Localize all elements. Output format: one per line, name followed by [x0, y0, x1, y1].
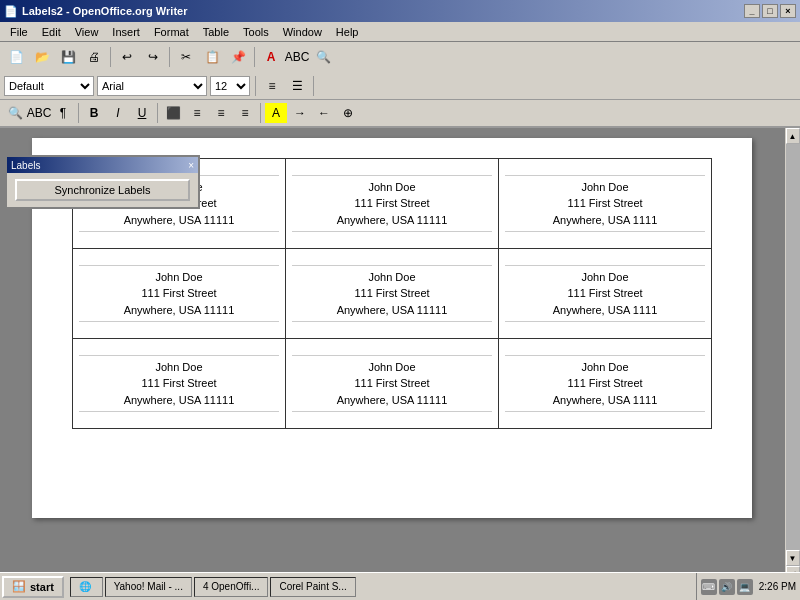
- taskbar-item-ie[interactable]: 🌐: [70, 577, 103, 597]
- style-select[interactable]: Default: [4, 76, 94, 96]
- sep4: [255, 76, 256, 96]
- highlight-button[interactable]: A: [265, 103, 287, 123]
- tray-icon-1: ⌨: [701, 579, 717, 595]
- list-bullet-button[interactable]: ≡: [261, 76, 283, 96]
- label-cell-1-2[interactable]: John Doe 111 First Street Anywhere, USA …: [499, 249, 712, 339]
- underline-button[interactable]: U: [131, 103, 153, 123]
- menu-edit[interactable]: Edit: [36, 24, 67, 40]
- sep2: [169, 47, 170, 67]
- menu-table[interactable]: Table: [197, 24, 235, 40]
- label-name-2-2: John Doe: [553, 359, 658, 376]
- print-button[interactable]: 🖨: [82, 46, 106, 68]
- label-text-2-2: John Doe 111 First Street Anywhere, USA …: [553, 359, 658, 409]
- size-select[interactable]: 12: [210, 76, 250, 96]
- window-controls[interactable]: _ □ ×: [744, 4, 796, 18]
- app-icon: 📄: [4, 5, 18, 18]
- label-cell-1-1[interactable]: John Doe 111 First Street Anywhere, USA …: [286, 249, 499, 339]
- menu-help[interactable]: Help: [330, 24, 365, 40]
- main-toolbar: 📄 📂 💾 🖨 ↩ ↪ ✂ 📋 📌 A ABC 🔍: [0, 42, 800, 72]
- label-cell-0-2[interactable]: John Doe 111 First Street Anywhere, USA …: [499, 159, 712, 249]
- spell-btn2[interactable]: ABC: [28, 103, 50, 123]
- clock: 2:26 PM: [759, 581, 796, 592]
- taskbar-item-corel[interactable]: Corel Paint S...: [270, 577, 355, 597]
- sep7: [157, 103, 158, 123]
- open-button[interactable]: 📂: [30, 46, 54, 68]
- taskbar-item-openoffice[interactable]: 4 OpenOffi...: [194, 577, 269, 597]
- label-street-1-1: 111 First Street: [337, 285, 448, 302]
- label-line: [79, 265, 279, 266]
- menu-tools[interactable]: Tools: [237, 24, 275, 40]
- sync-panel-close-icon[interactable]: ×: [188, 160, 194, 171]
- label-line: [292, 175, 492, 176]
- label-line: [505, 355, 705, 356]
- align-justify-button[interactable]: ≡: [234, 103, 256, 123]
- find-button[interactable]: 🔍: [311, 46, 335, 68]
- label-street-1-0: 111 First Street: [124, 285, 235, 302]
- label-text-1-2: John Doe 111 First Street Anywhere, USA …: [553, 269, 658, 319]
- label-line: [79, 355, 279, 356]
- align-center-button[interactable]: ≡: [186, 103, 208, 123]
- taskbar-item-yahoo[interactable]: Yahoo! Mail - ...: [105, 577, 192, 597]
- italic-button[interactable]: I: [107, 103, 129, 123]
- para-button[interactable]: ¶: [52, 103, 74, 123]
- label-street-2-1: 111 First Street: [337, 375, 448, 392]
- label-cell-2-2[interactable]: John Doe 111 First Street Anywhere, USA …: [499, 339, 712, 429]
- label-city-1-0: Anywhere, USA 11111: [124, 302, 235, 319]
- close-button[interactable]: ×: [780, 4, 796, 18]
- title-bar: 📄 Labels2 - OpenOffice.org Writer _ □ ×: [0, 0, 800, 22]
- align-left-button[interactable]: ⬛: [162, 103, 184, 123]
- yahoo-label: Yahoo! Mail - ...: [114, 581, 183, 592]
- align-right-button[interactable]: ≡: [210, 103, 232, 123]
- redo-button[interactable]: ↪: [141, 46, 165, 68]
- zoom-button[interactable]: 🔍: [4, 103, 26, 123]
- label-line-b: [79, 231, 279, 232]
- label-name-2-1: John Doe: [337, 359, 448, 376]
- menu-format[interactable]: Format: [148, 24, 195, 40]
- menu-file[interactable]: File: [4, 24, 34, 40]
- label-text-0-2: John Doe 111 First Street Anywhere, USA …: [553, 179, 658, 229]
- label-city-0-2: Anywhere, USA 1111: [553, 212, 658, 229]
- start-label: start: [30, 581, 54, 593]
- start-button[interactable]: 🪟 start: [2, 576, 64, 598]
- font-color-button[interactable]: A: [259, 46, 283, 68]
- navigator-button[interactable]: ⊕: [337, 103, 359, 123]
- label-street-0-1: 111 First Street: [337, 195, 448, 212]
- indent-more-button[interactable]: →: [289, 103, 311, 123]
- label-city-2-1: Anywhere, USA 11111: [337, 392, 448, 409]
- label-text-2-0: John Doe 111 First Street Anywhere, USA …: [124, 359, 235, 409]
- menu-view[interactable]: View: [69, 24, 105, 40]
- spellcheck-button[interactable]: ABC: [285, 46, 309, 68]
- list-number-button[interactable]: ☰: [286, 76, 308, 96]
- label-cell-2-0[interactable]: John Doe 111 First Street Anywhere, USA …: [73, 339, 286, 429]
- bold-button[interactable]: B: [83, 103, 105, 123]
- font-select[interactable]: Arial: [97, 76, 207, 96]
- scroll-track[interactable]: [786, 144, 800, 550]
- indent-less-button[interactable]: ←: [313, 103, 335, 123]
- label-cell-2-1[interactable]: John Doe 111 First Street Anywhere, USA …: [286, 339, 499, 429]
- copy-button[interactable]: 📋: [200, 46, 224, 68]
- label-street-1-2: 111 First Street: [553, 285, 658, 302]
- taskbar-items: 🌐 Yahoo! Mail - ... 4 OpenOffi... Corel …: [70, 577, 696, 597]
- scroll-down-button[interactable]: ▼: [786, 550, 800, 566]
- label-text-1-0: John Doe 111 First Street Anywhere, USA …: [124, 269, 235, 319]
- label-name-0-1: John Doe: [337, 179, 448, 196]
- paste-button[interactable]: 📌: [226, 46, 250, 68]
- label-cell-1-0[interactable]: John Doe 111 First Street Anywhere, USA …: [73, 249, 286, 339]
- vertical-scrollbar[interactable]: ▲ ▼ ◀ ▶: [784, 128, 800, 598]
- synchronize-labels-button[interactable]: Synchronize Labels: [15, 179, 190, 201]
- undo-button[interactable]: ↩: [115, 46, 139, 68]
- label-line-b: [292, 321, 492, 322]
- menu-insert[interactable]: Insert: [106, 24, 146, 40]
- label-street-2-2: 111 First Street: [553, 375, 658, 392]
- label-cell-0-1[interactable]: John Doe 111 First Street Anywhere, USA …: [286, 159, 499, 249]
- minimize-button[interactable]: _: [744, 4, 760, 18]
- ie-icon: 🌐: [79, 581, 91, 592]
- new-button[interactable]: 📄: [4, 46, 28, 68]
- cut-button[interactable]: ✂: [174, 46, 198, 68]
- label-line-b: [79, 321, 279, 322]
- scroll-up-button[interactable]: ▲: [786, 128, 800, 144]
- menu-window[interactable]: Window: [277, 24, 328, 40]
- taskbar: 🪟 start 🌐 Yahoo! Mail - ... 4 OpenOffi..…: [0, 572, 800, 600]
- save-button[interactable]: 💾: [56, 46, 80, 68]
- maximize-button[interactable]: □: [762, 4, 778, 18]
